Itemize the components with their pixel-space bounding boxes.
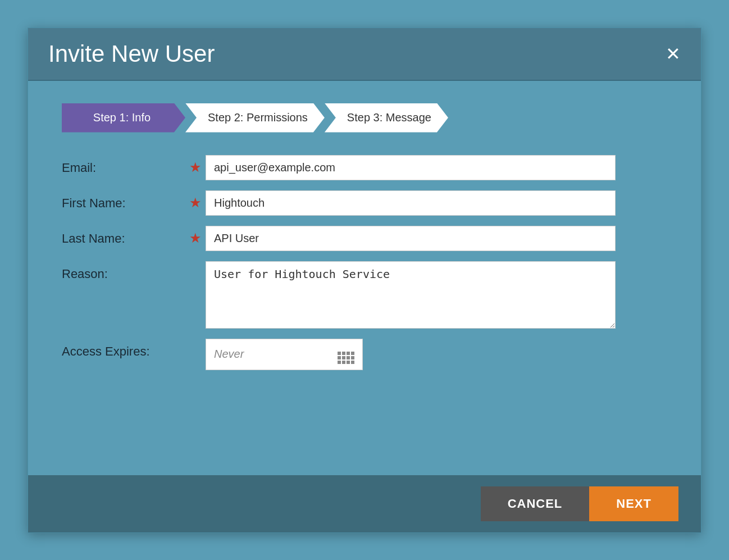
invite-user-modal: Invite New User ✕ Step 1: Info Step 2: P… <box>28 28 701 533</box>
form-grid: Email: ★ First Name: ★ Last Name: ★ Reas… <box>62 155 667 370</box>
modal-footer: CANCEL NEXT <box>28 475 701 532</box>
reason-field[interactable] <box>206 261 616 329</box>
calendar-icon <box>333 345 354 364</box>
steps-breadcrumb: Step 1: Info Step 2: Permissions Step 3:… <box>62 103 667 133</box>
lastname-field[interactable] <box>206 226 616 251</box>
access-expires-value: Never <box>214 348 244 361</box>
lastname-required-star: ★ <box>185 226 206 246</box>
firstname-label: First Name: <box>62 190 185 211</box>
email-label: Email: <box>62 155 185 175</box>
modal-header: Invite New User ✕ <box>28 28 701 81</box>
step-2-label: Step 2: Permissions <box>208 111 308 124</box>
firstname-field[interactable] <box>206 190 616 216</box>
lastname-label: Last Name: <box>62 226 185 246</box>
access-expires-field[interactable]: Never <box>206 339 363 370</box>
modal-body: Step 1: Info Step 2: Permissions Step 3:… <box>28 81 701 475</box>
step-2[interactable]: Step 2: Permissions <box>185 103 325 133</box>
step-3[interactable]: Step 3: Message <box>325 103 448 133</box>
email-row: Email: ★ <box>62 155 667 180</box>
next-button[interactable]: NEXT <box>589 486 678 521</box>
step-1-label: Step 1: Info <box>93 111 151 124</box>
email-field[interactable] <box>206 155 616 180</box>
reason-row: Reason: ★ <box>62 261 667 329</box>
modal-title: Invite New User <box>48 40 215 67</box>
access-expires-label: Access Expires: <box>62 339 185 359</box>
firstname-required-star: ★ <box>185 190 206 211</box>
cancel-button[interactable]: CANCEL <box>481 486 590 521</box>
step-3-label: Step 3: Message <box>347 111 431 124</box>
lastname-row: Last Name: ★ <box>62 226 667 251</box>
firstname-row: First Name: ★ <box>62 190 667 216</box>
close-button[interactable]: ✕ <box>666 45 681 63</box>
step-1[interactable]: Step 1: Info <box>62 103 185 133</box>
email-required-star: ★ <box>185 155 206 175</box>
access-expires-row: Access Expires: ★ Never <box>62 339 667 370</box>
reason-label: Reason: <box>62 261 185 281</box>
